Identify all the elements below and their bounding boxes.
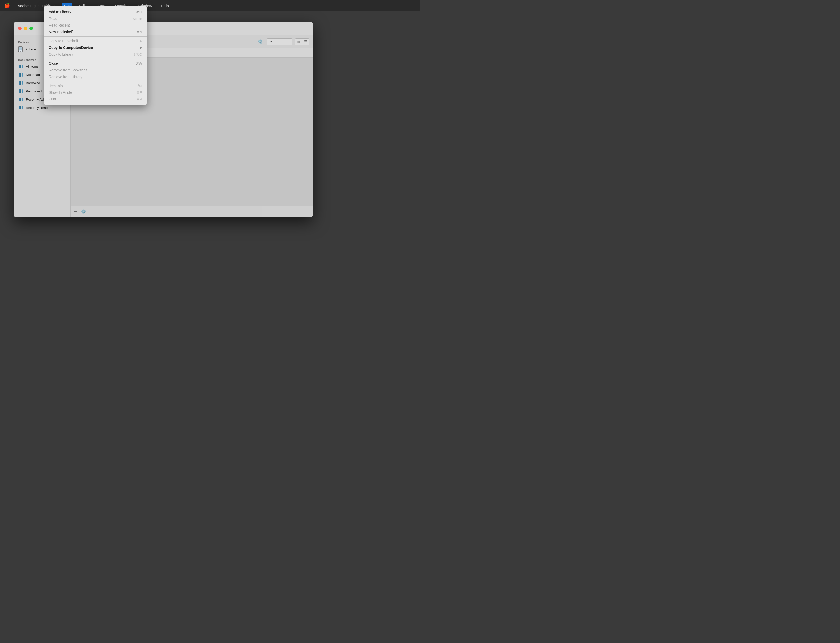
read-label: Read — [49, 16, 57, 21]
all-items-icon — [18, 64, 23, 69]
svg-rect-9 — [18, 81, 20, 85]
read-recent-label: Read Recent — [49, 23, 70, 27]
bookshelf-settings-button[interactable]: ⚙️ — [80, 208, 88, 215]
svg-rect-6 — [18, 73, 20, 77]
menu-item-item-info: Item Info ⌘I — [44, 82, 147, 89]
read-shortcut: Space — [132, 17, 142, 21]
menu-item-add-to-library[interactable]: Add to Library ⌘O — [44, 8, 147, 15]
borrowed-label: Borrowed — [26, 81, 40, 85]
close-shortcut: ⌘W — [136, 62, 142, 65]
borrowed-icon — [18, 80, 23, 85]
svg-rect-17 — [22, 98, 23, 101]
menu-item-close[interactable]: Close ⌘W — [44, 60, 147, 67]
recently-added-icon — [18, 97, 23, 102]
item-info-shortcut: ⌘I — [137, 84, 142, 88]
close-label: Close — [49, 61, 58, 65]
maximize-button[interactable] — [29, 26, 33, 30]
svg-rect-14 — [22, 90, 23, 93]
show-in-finder-label: Show In Finder — [49, 90, 73, 95]
svg-point-2 — [20, 51, 21, 52]
svg-rect-11 — [22, 81, 23, 85]
sort-dropdown[interactable]: ▾ — [266, 38, 292, 45]
svg-rect-8 — [22, 73, 23, 77]
print-label: Print... — [49, 97, 59, 101]
menu-item-copy-to-library: Copy to Library ⇧⌘O — [44, 51, 147, 58]
list-view-button[interactable]: ☰ — [302, 38, 309, 45]
close-button[interactable] — [18, 26, 22, 30]
settings-gear-button[interactable]: ⚙️ — [256, 38, 264, 46]
menu-item-copy-to-device[interactable]: Copy to Computer/Device ▶ — [44, 44, 147, 51]
new-bookshelf-label: New Bookshelf — [49, 30, 73, 34]
svg-rect-3 — [18, 65, 20, 68]
copy-to-bookshelf-label: Copy to Bookshelf — [49, 39, 78, 43]
grid-view-button[interactable]: ⊞ — [295, 38, 302, 45]
item-info-label: Item Info — [49, 84, 63, 88]
kobo-device-icon — [18, 46, 23, 52]
menu-section-3: Close ⌘W Remove from Bookshelf Remove fr… — [44, 59, 147, 82]
menu-section-1: Add to Library ⌘O Read Space Read Recent… — [44, 8, 147, 37]
menu-section-2: Copy to Bookshelf ▶ Copy to Computer/Dev… — [44, 37, 147, 59]
purchased-icon — [18, 89, 23, 94]
svg-rect-20 — [22, 106, 23, 109]
add-to-library-shortcut: ⌘O — [136, 10, 142, 14]
not-read-icon — [18, 72, 23, 77]
svg-rect-12 — [18, 90, 20, 93]
menu-section-4: Item Info ⌘I Show In Finder ⌘E Print... … — [44, 82, 147, 104]
remove-from-bookshelf-label: Remove from Bookshelf — [49, 68, 87, 72]
svg-rect-18 — [18, 106, 20, 109]
file-menu-dropdown[interactable]: Add to Library ⌘O Read Space Read Recent… — [44, 6, 147, 105]
svg-rect-4 — [20, 65, 21, 68]
svg-rect-7 — [20, 73, 21, 77]
menu-item-read-recent: Read Recent — [44, 22, 147, 29]
menubar-help[interactable]: Help — [159, 3, 171, 8]
menu-item-show-in-finder: Show In Finder ⌘E — [44, 89, 147, 96]
copy-to-bookshelf-arrow: ▶ — [140, 39, 142, 43]
copy-to-device-arrow: ▶ — [140, 46, 142, 49]
view-toggle: ⊞ ☰ — [295, 38, 309, 45]
menu-item-print: Print... ⌘P — [44, 96, 147, 103]
menu-item-read: Read Space — [44, 15, 147, 22]
traffic-lights — [18, 26, 33, 30]
minimize-button[interactable] — [24, 26, 27, 30]
menu-item-remove-from-bookshelf: Remove from Bookshelf — [44, 67, 147, 73]
menu-item-new-bookshelf[interactable]: New Bookshelf ⌘N — [44, 29, 147, 35]
add-bookshelf-button[interactable]: + — [74, 209, 77, 214]
new-bookshelf-shortcut: ⌘N — [136, 30, 142, 34]
recently-read-icon — [18, 105, 23, 110]
kobo-label: Kobo e... — [25, 47, 39, 51]
bookshelf-toolbar: + ⚙️ — [70, 206, 313, 217]
show-in-finder-shortcut: ⌘E — [136, 91, 142, 95]
svg-rect-5 — [22, 65, 23, 68]
svg-rect-19 — [20, 106, 21, 109]
print-shortcut: ⌘P — [136, 97, 142, 101]
svg-rect-16 — [20, 98, 21, 101]
purchased-label: Purchased — [26, 90, 42, 93]
copy-to-library-label: Copy to Library — [49, 52, 73, 56]
svg-rect-15 — [18, 98, 20, 101]
svg-rect-13 — [20, 90, 21, 93]
apple-logo-icon: 🍎 — [4, 3, 10, 8]
menu-item-copy-to-bookshelf: Copy to Bookshelf ▶ — [44, 38, 147, 44]
menu-item-remove-from-library: Remove from Library — [44, 73, 147, 80]
copy-to-device-label: Copy to Computer/Device — [49, 46, 93, 50]
all-items-label: All Items — [26, 65, 39, 69]
add-to-library-label: Add to Library — [49, 10, 71, 14]
dropdown-chevron-icon: ▾ — [270, 40, 272, 44]
copy-to-library-shortcut: ⇧⌘O — [133, 52, 142, 56]
svg-rect-1 — [19, 47, 22, 51]
svg-rect-10 — [20, 81, 21, 85]
remove-from-library-label: Remove from Library — [49, 75, 82, 79]
recently-read-label: Recently Read — [26, 106, 48, 110]
not-read-label: Not Read — [26, 73, 40, 77]
